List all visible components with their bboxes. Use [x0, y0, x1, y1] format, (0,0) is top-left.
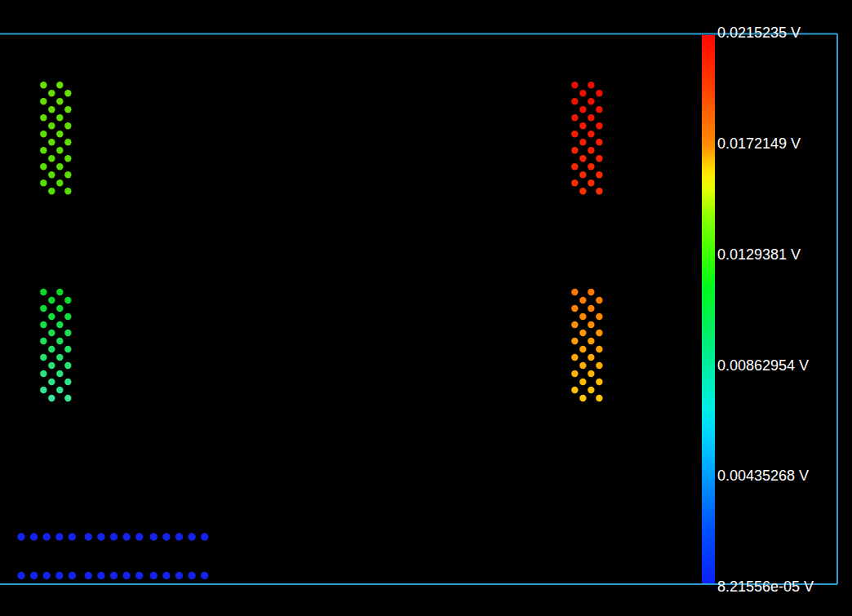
dot-row-bottom-row-1	[17, 533, 208, 540]
colorbar-tick-label: 8.21556e-05 V	[717, 577, 814, 596]
colorbar-gradient	[702, 35, 715, 583]
colorbar-tick-label: 0.00862954 V	[717, 356, 809, 375]
simulation-viewport[interactable]: 0.0215235 V 0.0172149 V 0.0129381 V 0.00…	[0, 0, 852, 616]
dot-cluster-top-left	[40, 82, 71, 194]
dot-cluster-top-right	[571, 82, 602, 194]
colorbar-tick-label: 0.0215235 V	[717, 23, 801, 42]
dot-cluster-mid-left	[40, 289, 71, 401]
colorbar-tick-label: 0.0172149 V	[717, 134, 801, 153]
colorbar-tick-label: 0.0129381 V	[717, 245, 801, 264]
dot-row-bottom-row-2	[17, 572, 208, 579]
dot-cluster-mid-right	[571, 289, 602, 401]
scene-canvas[interactable]	[0, 0, 852, 616]
colorbar-tick-label: 0.00435268 V	[717, 466, 809, 485]
